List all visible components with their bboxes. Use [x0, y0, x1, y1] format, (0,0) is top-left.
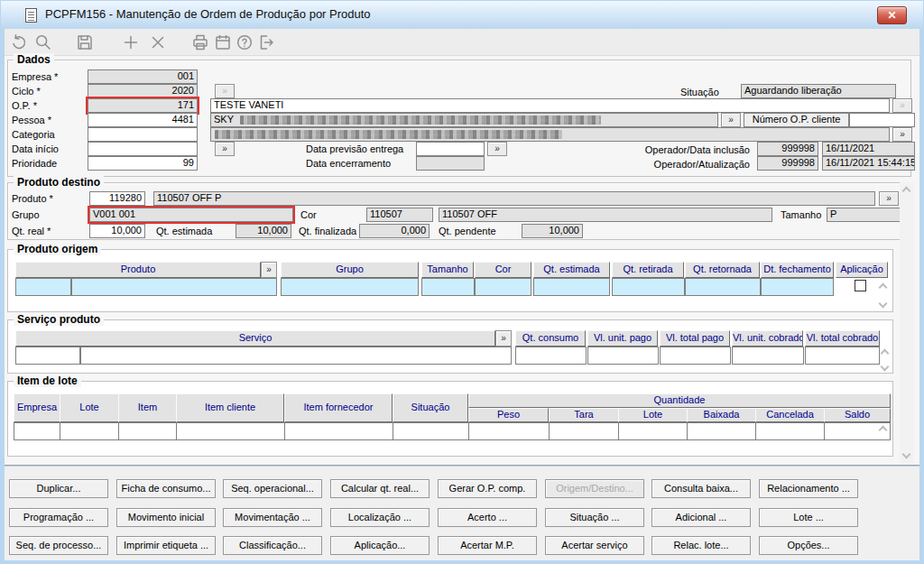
localizacao-button[interactable]: Localização ...: [330, 508, 430, 527]
col-item-fornecedor[interactable]: Item fornecedor: [284, 393, 393, 422]
row-cell[interactable]: [660, 347, 731, 365]
row-cell[interactable]: [475, 278, 531, 296]
undo-icon[interactable]: [10, 33, 28, 51]
col-item-cliente[interactable]: Item cliente: [176, 393, 284, 422]
row-cell[interactable]: [549, 422, 620, 440]
ficha-de-consumo-button[interactable]: Ficha de consumo...: [116, 479, 216, 498]
col-grupo[interactable]: Grupo: [281, 262, 419, 278]
row-cell[interactable]: [761, 278, 834, 296]
table-scroll-up-icon[interactable]: [879, 283, 888, 292]
categoria-field[interactable]: [88, 127, 198, 142]
imprimir-etiqueta-button[interactable]: Imprimir etiqueta ...: [116, 536, 216, 555]
adicional-button[interactable]: Adicional ...: [651, 508, 751, 527]
col-vl-unit-cobrado[interactable]: Vl. unit. cobrado: [732, 330, 803, 347]
row-cell[interactable]: [755, 422, 826, 440]
row-cell[interactable]: [14, 422, 60, 440]
row-cell[interactable]: [176, 422, 285, 440]
col-vl-total-pago[interactable]: Vl. total pago: [660, 330, 730, 347]
seq-de-processo-button[interactable]: Seq. de processo...: [9, 536, 108, 555]
produto-field[interactable]: 119280: [89, 191, 145, 206]
col-saldo[interactable]: Saldo: [824, 408, 891, 422]
delete-icon[interactable]: [149, 33, 167, 51]
data-inicio-field[interactable]: [88, 142, 198, 156]
col-qt-estimada[interactable]: Qt. estimada: [533, 262, 610, 278]
movimentacao-button[interactable]: Movimentação ...: [223, 508, 322, 527]
col-empresa[interactable]: Empresa: [14, 393, 60, 422]
row-cell[interactable]: [421, 278, 475, 296]
row-cell[interactable]: [468, 422, 550, 440]
row-cell[interactable]: [687, 422, 757, 440]
pessoa-lookup-button[interactable]: »: [721, 113, 741, 127]
add-icon[interactable]: [122, 33, 140, 51]
row-cell[interactable]: [281, 278, 419, 296]
endereco-lookup-button[interactable]: »: [892, 127, 912, 142]
gerar-op-comp-button[interactable]: Gerar O.P. comp.: [438, 479, 537, 498]
aplicacao-checkbox[interactable]: [855, 280, 866, 291]
servico-lookup-button[interactable]: »: [495, 330, 512, 347]
acertar-mp-button[interactable]: Acertar M.P.: [438, 536, 537, 555]
col-cancelada[interactable]: Cancelada: [755, 408, 825, 422]
col-lote-qt[interactable]: Lote: [618, 408, 688, 422]
qt-real-field[interactable]: 10,000: [89, 224, 145, 238]
acerto-button[interactable]: Acerto ...: [438, 508, 537, 527]
col-vl-unit-pago[interactable]: Vl. unit. pago: [587, 330, 658, 347]
col-baixada[interactable]: Baixada: [687, 408, 756, 422]
close-button[interactable]: ✕: [877, 6, 907, 24]
op-field[interactable]: 171: [88, 98, 198, 113]
search-icon[interactable]: [34, 33, 52, 51]
row-cell[interactable]: [118, 422, 177, 440]
data-inicio-calendar-button[interactable]: »: [215, 142, 235, 156]
col-cor[interactable]: Cor: [475, 262, 531, 278]
calcular-qt-real-button[interactable]: Calcular qt. real...: [330, 479, 430, 498]
grupo-field[interactable]: V001 001: [89, 208, 293, 222]
scroll-up-icon[interactable]: [902, 187, 911, 196]
col-dt-fechamento[interactable]: Dt. fechamento: [761, 262, 834, 278]
col-peso[interactable]: Peso: [468, 408, 549, 422]
col-servico[interactable]: Serviço: [15, 330, 495, 347]
table-scroll-down-icon[interactable]: [881, 363, 890, 372]
vertical-scrollbar[interactable]: [900, 182, 914, 464]
col-qt-retornada[interactable]: Qt. retornada: [685, 262, 760, 278]
col-qt-consumo[interactable]: Qt. consumo: [515, 330, 586, 347]
col-aplicacao[interactable]: Aplicação: [836, 262, 888, 278]
opcoes-button[interactable]: Opções...: [759, 536, 858, 555]
exit-icon[interactable]: [257, 33, 275, 51]
row-cell[interactable]: [685, 278, 761, 296]
row-cell[interactable]: [15, 347, 80, 365]
calendar-icon[interactable]: [214, 33, 232, 51]
relacionamento-button[interactable]: Relacionamento ...: [759, 479, 858, 498]
produto-origem-lookup-button[interactable]: »: [261, 262, 277, 278]
row-cell[interactable]: [71, 278, 277, 296]
row-cell[interactable]: [80, 347, 512, 365]
data-previsao-calendar-button[interactable]: »: [487, 142, 507, 156]
data-previsao-field[interactable]: [416, 142, 485, 156]
seq-operacional-button[interactable]: Seq. operacional...: [223, 479, 322, 498]
row-cell[interactable]: [533, 278, 610, 296]
prioridade-field[interactable]: 99: [88, 156, 198, 171]
situacao-button[interactable]: Situação ...: [545, 508, 644, 527]
row-cell[interactable]: [587, 347, 659, 365]
classificacao-button[interactable]: Classificação...: [223, 536, 322, 555]
consulta-baixa-button[interactable]: Consulta baixa...: [651, 479, 751, 498]
movimento-inicial-button[interactable]: Movimento inicial: [116, 508, 216, 527]
help-icon[interactable]: [236, 33, 254, 51]
relac-lote-button[interactable]: Relac. lote...: [651, 536, 751, 555]
col-tamanho[interactable]: Tamanho: [421, 262, 474, 278]
produto-lookup-button[interactable]: »: [879, 191, 899, 206]
pessoa-field[interactable]: 4481: [88, 113, 198, 127]
table-scroll-down-icon[interactable]: [879, 300, 888, 309]
row-cell[interactable]: [60, 422, 119, 440]
duplicar-button[interactable]: Duplicar...: [9, 479, 108, 498]
lote-button[interactable]: Lote ...: [759, 508, 858, 527]
col-lote[interactable]: Lote: [60, 393, 119, 422]
row-cell[interactable]: [612, 278, 685, 296]
row-cell[interactable]: [393, 422, 469, 440]
numero-op-cliente-field[interactable]: [849, 113, 915, 127]
scroll-down-icon[interactable]: [902, 450, 911, 459]
aplicacao-button[interactable]: Aplicação...: [330, 536, 430, 555]
save-icon[interactable]: [76, 33, 94, 51]
col-situacao[interactable]: Situação: [393, 393, 468, 422]
title-bar[interactable]: PCPFM156 - Manutenção de Ordem de Produç…: [1, 1, 923, 29]
op-desc-field[interactable]: TESTE VANETI: [210, 98, 890, 113]
row-cell[interactable]: [805, 347, 880, 365]
